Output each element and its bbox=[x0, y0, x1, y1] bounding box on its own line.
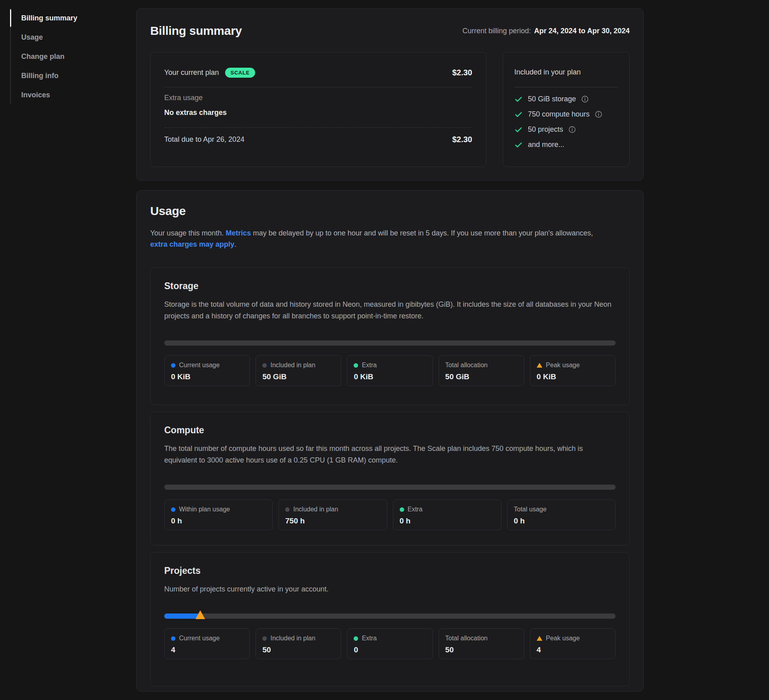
included-plan-item: and more... bbox=[514, 139, 618, 151]
usage-card: Usage Your usage this month. Metrics may… bbox=[136, 190, 644, 692]
green-dot-icon bbox=[354, 636, 358, 641]
blue-dot-icon bbox=[171, 363, 175, 368]
stat-box: Total allocation 50 GiB bbox=[439, 355, 524, 386]
sidebar-item[interactable]: Change plan bbox=[11, 47, 126, 66]
included-plan-item-label: 50 GiB storage bbox=[528, 95, 576, 103]
green-dot-icon bbox=[354, 363, 358, 368]
included-plan-item: 750 compute hours bbox=[514, 108, 618, 120]
stat-label: Total allocation bbox=[445, 634, 488, 642]
included-plan-panel: Included in your plan 50 GiB storage bbox=[503, 52, 630, 167]
compute-title: Compute bbox=[164, 425, 616, 436]
info-icon[interactable] bbox=[581, 95, 589, 103]
stat-value: 4 bbox=[171, 646, 243, 654]
blue-dot-icon bbox=[171, 636, 175, 641]
billing-period-value: Apr 24, 2024 to Apr 30, 2024 bbox=[534, 27, 630, 35]
stat-label: Included in plan bbox=[270, 634, 315, 642]
orange-triangle-icon bbox=[537, 363, 542, 368]
stat-value: 0 h bbox=[514, 517, 609, 525]
usage-title: Usage bbox=[150, 204, 630, 218]
usage-intro-text: . bbox=[234, 240, 236, 248]
extra-usage-value: No extras charges bbox=[164, 109, 472, 117]
projects-section: Projects Number of projects currently ac… bbox=[150, 552, 630, 686]
divider bbox=[514, 87, 618, 87]
stat-box: Included in plan 50 bbox=[256, 628, 341, 659]
extra-charges-link[interactable]: extra charges may apply bbox=[150, 240, 234, 248]
orange-triangle-icon bbox=[537, 636, 542, 641]
stat-label: Peak usage bbox=[546, 361, 580, 369]
usage-intro-text: Your usage this month. bbox=[150, 229, 225, 237]
check-icon bbox=[514, 141, 523, 149]
storage-progress-bar bbox=[164, 340, 616, 346]
check-icon bbox=[514, 95, 523, 103]
divider bbox=[164, 87, 472, 87]
projects-progress-fill bbox=[164, 614, 200, 619]
sidebar-item-label: Usage bbox=[21, 33, 43, 41]
projects-title: Projects bbox=[164, 565, 616, 576]
plan-badge: SCALE bbox=[225, 68, 255, 78]
stat-value: 0 KiB bbox=[171, 372, 243, 381]
usage-intro-text: may be delayed by up to one hour and wil… bbox=[251, 229, 593, 237]
stat-label: Included in plan bbox=[293, 505, 338, 513]
stat-box: Current usage 0 KiB bbox=[164, 355, 250, 386]
projects-progress-bar bbox=[164, 614, 616, 619]
stat-value: 0 KiB bbox=[354, 372, 426, 381]
billing-summary-header: Billing summary Current billing period:A… bbox=[150, 24, 630, 38]
stat-box: Peak usage 0 KiB bbox=[530, 355, 616, 386]
stat-box: Included in plan 750 h bbox=[278, 499, 387, 530]
stat-label: Within plan usage bbox=[179, 505, 230, 513]
stat-label: Extra bbox=[362, 634, 376, 642]
stat-value: 50 bbox=[445, 646, 517, 654]
stat-box: Extra 0 h bbox=[393, 499, 501, 530]
blue-dot-icon bbox=[171, 507, 175, 512]
green-dot-icon bbox=[400, 507, 404, 512]
included-plan-item: 50 GiB storage bbox=[514, 93, 618, 105]
total-due-amount: $2.30 bbox=[452, 135, 472, 144]
stat-label: Current usage bbox=[179, 634, 219, 642]
included-plan-item: 50 projects bbox=[514, 123, 618, 135]
included-plan-item-label: and more... bbox=[528, 141, 564, 149]
stat-box: Total usage 0 h bbox=[507, 499, 616, 530]
info-icon[interactable] bbox=[595, 111, 602, 118]
included-plan-item-label: 750 compute hours bbox=[528, 110, 590, 119]
storage-title: Storage bbox=[164, 281, 616, 292]
storage-description: Storage is the total volume of data and … bbox=[164, 299, 616, 322]
info-icon[interactable] bbox=[568, 126, 576, 133]
sidebar-item[interactable]: Billing info bbox=[11, 66, 126, 85]
billing-sidebar: Billing summary Usage Change plan Billin… bbox=[10, 8, 126, 105]
stat-box: Within plan usage 0 h bbox=[164, 499, 273, 530]
metrics-link[interactable]: Metrics bbox=[225, 229, 251, 237]
stat-label: Extra bbox=[362, 361, 376, 369]
billing-period-label: Current billing period: bbox=[462, 27, 531, 35]
billing-summary-card: Billing summary Current billing period:A… bbox=[136, 8, 644, 181]
peak-usage-marker-icon bbox=[195, 610, 205, 619]
stat-box: Total allocation 50 bbox=[439, 628, 524, 659]
stat-value: 50 bbox=[262, 646, 334, 654]
check-icon bbox=[514, 125, 523, 134]
sidebar-item-label: Change plan bbox=[21, 52, 64, 60]
sidebar-item-label: Billing summary bbox=[21, 14, 77, 22]
sidebar-item[interactable]: Invoices bbox=[11, 85, 126, 105]
included-plan-list: 50 GiB storage 750 compute hours bbox=[514, 93, 618, 151]
stat-box: Extra 0 bbox=[347, 628, 433, 659]
stat-box: Included in plan 50 GiB bbox=[256, 355, 341, 386]
total-due-label: Total due to Apr 26, 2024 bbox=[164, 135, 244, 144]
billing-period: Current billing period:Apr 24, 2024 to A… bbox=[462, 27, 630, 35]
stat-label: Current usage bbox=[179, 361, 219, 369]
stat-label: Peak usage bbox=[546, 634, 580, 642]
stat-label: Extra bbox=[408, 505, 423, 513]
plan-amount: $2.30 bbox=[452, 68, 472, 77]
storage-section: Storage Storage is the total volume of d… bbox=[150, 268, 630, 405]
included-plan-title: Included in your plan bbox=[514, 68, 618, 76]
sidebar-item[interactable]: Billing summary bbox=[11, 8, 126, 28]
stat-value: 4 bbox=[537, 646, 609, 654]
sidebar-item[interactable]: Usage bbox=[11, 28, 126, 47]
gray-dot-icon bbox=[285, 507, 290, 512]
check-icon bbox=[514, 110, 523, 119]
projects-description: Number of projects currently active in y… bbox=[164, 583, 616, 595]
compute-description: The total number of compute hours used s… bbox=[164, 443, 616, 466]
current-plan-label: Your current plan bbox=[164, 68, 219, 77]
gray-dot-icon bbox=[262, 363, 267, 368]
stat-label: Included in plan bbox=[270, 361, 315, 369]
stat-box: Extra 0 KiB bbox=[347, 355, 433, 386]
plan-summary-panel: Your current plan SCALE $2.30 Extra usag… bbox=[150, 52, 486, 167]
